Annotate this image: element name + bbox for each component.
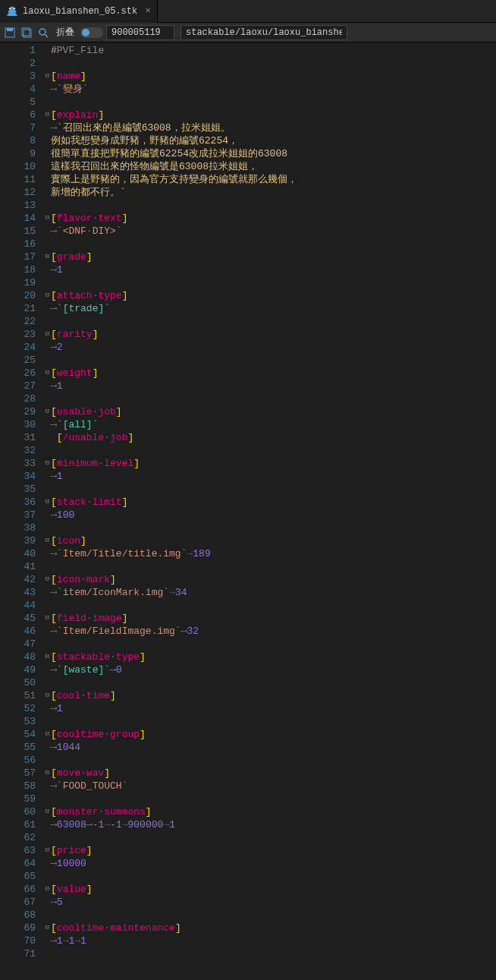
fold-icon[interactable]: ⊟ <box>42 653 49 660</box>
fold-icon[interactable]: ⊟ <box>42 498 49 506</box>
code-line[interactable]: ⟶`Item/FieldImage.img`⟶32 <box>51 625 496 638</box>
code-line[interactable]: [weight] <box>51 367 496 380</box>
fold-icon[interactable]: ⊟ <box>42 214 49 222</box>
code-line[interactable]: [stackable·type] <box>51 651 496 663</box>
code-line[interactable]: [/usable·job] <box>51 431 496 444</box>
code-line[interactable]: 例如我想變身成野豬，野豬的編號62254， <box>51 134 496 147</box>
code-line[interactable] <box>51 715 496 728</box>
code-line[interactable]: #PVF_File <box>51 44 496 57</box>
code-line[interactable]: 新增的都不行。` <box>51 186 496 199</box>
code-line[interactable]: ⟶100 <box>51 509 496 522</box>
code-line[interactable]: [minimum·level] <box>51 457 496 470</box>
fold-icon[interactable]: ⊟ <box>42 730 49 738</box>
code-line[interactable]: [price] <box>51 844 496 857</box>
code-line[interactable] <box>51 483 496 496</box>
code-line[interactable]: [cool·time] <box>51 689 496 702</box>
code-line[interactable] <box>51 276 496 289</box>
code-line[interactable]: 很簡單直接把野豬的編號62254改成拉米姐姐的63008 <box>51 147 496 160</box>
code-line[interactable]: [stack·limit] <box>51 496 496 509</box>
code-line[interactable]: ⟶1 <box>51 702 496 715</box>
fold-icon[interactable]: ⊟ <box>42 408 49 415</box>
code-line[interactable]: ⟶63008⟶-1→-1→900000→1 <box>51 818 496 831</box>
code-line[interactable]: ⟶2 <box>51 341 496 354</box>
fold-icon[interactable]: ⊟ <box>42 808 49 815</box>
code-line[interactable]: ⟶5 <box>51 896 496 909</box>
code-line[interactable] <box>51 522 496 534</box>
fold-icon[interactable]: ⊟ <box>42 537 49 544</box>
fold-icon[interactable]: ⊟ <box>42 769 49 777</box>
fold-icon[interactable]: ⊟ <box>42 924 49 931</box>
code-line[interactable]: [cooltime·group] <box>51 728 496 741</box>
code-line[interactable]: [icon·mark] <box>51 573 496 586</box>
code-line[interactable]: [explain] <box>51 109 496 121</box>
fold-icon[interactable]: ⊟ <box>42 459 49 467</box>
fold-toggle[interactable] <box>80 27 103 38</box>
close-tab-icon[interactable]: × <box>145 5 151 17</box>
code-line[interactable] <box>51 315 496 328</box>
code-line[interactable]: [move·wav] <box>51 767 496 780</box>
code-line[interactable]: ⟶10000 <box>51 857 496 870</box>
code-line[interactable] <box>51 199 496 212</box>
code-line[interactable] <box>51 676 496 689</box>
fold-icon[interactable]: ⊟ <box>42 885 49 893</box>
code-line[interactable] <box>51 57 496 70</box>
code-line[interactable]: ⟶`[waste]`⟶0 <box>51 663 496 676</box>
fold-icon[interactable]: ⊟ <box>42 575 49 583</box>
code-line[interactable]: ⟶`item/IconMark.img`→34 <box>51 586 496 599</box>
code-line[interactable] <box>51 831 496 844</box>
code-line[interactable]: [flavor·text] <box>51 212 496 225</box>
code-line[interactable] <box>51 444 496 457</box>
code-line[interactable] <box>51 754 496 767</box>
code-line[interactable]: [usable·job] <box>51 405 496 418</box>
search-icon[interactable] <box>36 26 50 39</box>
code-line[interactable] <box>51 392 496 405</box>
code-line[interactable]: ⟶1 <box>51 263 496 276</box>
code-line[interactable] <box>51 638 496 651</box>
save-icon[interactable] <box>3 26 17 39</box>
code-line[interactable]: ⟶1 <box>51 380 496 392</box>
fold-icon[interactable]: ⊟ <box>42 330 49 338</box>
code-line[interactable]: [monster·summons] <box>51 805 496 818</box>
code-line[interactable] <box>51 96 496 109</box>
code-line[interactable]: ⟶`[all]` <box>51 418 496 431</box>
fold-icon[interactable]: ⊟ <box>42 111 49 118</box>
code-line[interactable]: ⟶`[trade]` <box>51 302 496 315</box>
code-line[interactable]: ⟶`Item/Title/title.img`→189 <box>51 547 496 560</box>
fold-icon[interactable]: ⊟ <box>42 692 49 699</box>
fold-icon[interactable]: ⊟ <box>42 614 49 622</box>
code-line[interactable]: [value] <box>51 883 496 896</box>
code-line[interactable] <box>51 870 496 883</box>
code-line[interactable]: [icon] <box>51 534 496 547</box>
code-line[interactable]: [field·image] <box>51 612 496 625</box>
code-area[interactable]: #PVF_File [name]⟶`變身` [explain]⟶`召回出來的是編… <box>42 43 496 980</box>
file-tab[interactable]: laoxu_bianshen_05.stk × <box>0 0 158 23</box>
fold-icon[interactable]: ⊟ <box>42 369 49 377</box>
code-line[interactable] <box>51 354 496 367</box>
code-line[interactable] <box>51 793 496 805</box>
code-line[interactable] <box>51 909 496 922</box>
code-line[interactable]: ⟶1→1→1 <box>51 934 496 947</box>
path-input[interactable] <box>181 25 347 40</box>
code-line[interactable]: ⟶`FOOD_TOUCH` <box>51 780 496 793</box>
code-line[interactable]: ⟶`<DNF·DIY>` <box>51 225 496 238</box>
code-line[interactable]: [cooltime·maintenance] <box>51 922 496 934</box>
code-line[interactable]: ⟶`變身` <box>51 83 496 96</box>
code-line[interactable]: [grade] <box>51 251 496 263</box>
fold-icon[interactable]: ⊟ <box>42 72 49 80</box>
code-line[interactable]: 這樣我召回出來的怪物編號是63008拉米姐姐， <box>51 160 496 173</box>
code-line[interactable]: ⟶1044 <box>51 741 496 754</box>
editor[interactable]: 123⊟456⊟7891011121314⊟151617⊟181920⊟2122… <box>0 43 496 980</box>
code-line[interactable]: 實際上是野豬的，因為官方支持變身的編號就那么幾個， <box>51 173 496 186</box>
code-line[interactable]: ⟶`召回出來的是編號63008，拉米姐姐。 <box>51 121 496 134</box>
code-line[interactable] <box>51 599 496 612</box>
fold-icon[interactable]: ⊟ <box>42 291 49 299</box>
code-line[interactable] <box>51 947 496 960</box>
code-line[interactable]: [name] <box>51 70 496 83</box>
id-input[interactable] <box>106 25 174 40</box>
code-line[interactable] <box>51 560 496 573</box>
fold-icon[interactable]: ⊟ <box>42 846 49 854</box>
code-line[interactable] <box>51 238 496 251</box>
save-all-icon[interactable] <box>20 26 33 39</box>
code-line[interactable]: [rarity] <box>51 328 496 341</box>
code-line[interactable]: ⟶1 <box>51 470 496 483</box>
